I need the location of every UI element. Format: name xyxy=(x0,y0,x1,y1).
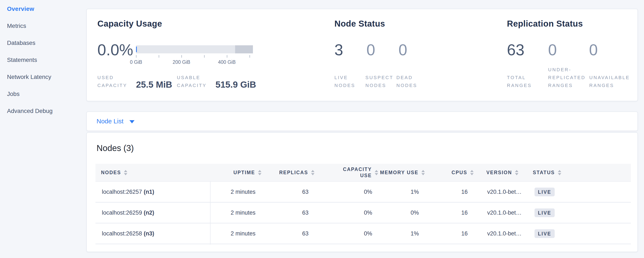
sidebar-item-databases[interactable]: Databases xyxy=(7,39,36,47)
caret-down-icon xyxy=(130,120,134,123)
view-selector-card: Node List xyxy=(86,111,638,131)
axis-tick xyxy=(227,55,227,58)
axis-tick xyxy=(159,55,159,58)
node-status-cell: LIVE xyxy=(532,188,631,196)
usable-capacity-value: 515.9 GiB xyxy=(215,80,256,89)
node-uptime: 2 minutes xyxy=(210,230,263,237)
axis-tick-label: 200 GiB xyxy=(172,59,190,65)
sidebar: Overview Metrics Databases Statements Ne… xyxy=(0,0,86,258)
status-badge: LIVE xyxy=(534,188,555,196)
dead-nodes-label: DEAD NODES xyxy=(396,74,427,89)
axis-tick-label: 400 GiB xyxy=(218,59,236,65)
sort-icon xyxy=(311,170,314,175)
table-row-node-n2[interactable]: localhost:26259(n2) 2 minutes 63 0% 0% 1… xyxy=(96,202,631,223)
node-version: v20.1.0-bet… xyxy=(475,230,532,237)
used-capacity-label: USED CAPACITY xyxy=(98,74,132,89)
axis-tick xyxy=(182,55,182,58)
column-header-replicas[interactable]: REPLICAS xyxy=(263,170,316,176)
sidebar-item-metrics[interactable]: Metrics xyxy=(7,22,26,30)
node-status-cell: LIVE xyxy=(532,208,631,217)
capacity-usage-title: Capacity Usage xyxy=(98,19,162,29)
dead-nodes-count: 0 xyxy=(398,42,407,59)
unavailable-ranges-label: UNAVAILABLE RANGES xyxy=(589,74,630,89)
node-memory-use: 0% xyxy=(380,209,426,216)
sort-icon xyxy=(558,170,561,175)
replication-status-title: Replication Status xyxy=(507,19,583,29)
node-replicas: 63 xyxy=(263,209,316,216)
status-badge: LIVE xyxy=(534,229,555,238)
sidebar-item-statements[interactable]: Statements xyxy=(7,56,37,64)
usable-capacity-label: USABLE CAPACITY xyxy=(177,74,212,89)
live-nodes-label: LIVE NODES xyxy=(334,74,366,89)
node-uptime: 2 minutes xyxy=(210,209,263,216)
axis-tick xyxy=(204,55,204,58)
nodes-section-title: Nodes (3) xyxy=(96,143,134,153)
table-row-node-n1[interactable]: localhost:26257(n1) 2 minutes 63 0% 1% 1… xyxy=(96,182,631,202)
replication-status-labels: TOTAL RANGES UNDER- REPLICATED RANGES UN… xyxy=(507,66,630,89)
node-address[interactable]: localhost:26257(n1) xyxy=(96,189,210,195)
axis-tick xyxy=(136,55,136,58)
node-list-dropdown-label: Node List xyxy=(96,118,124,125)
sort-icon xyxy=(422,170,425,175)
table-row-node-n3[interactable]: localhost:26258(n3) 2 minutes 63 0% 1% 1… xyxy=(96,223,631,244)
node-address[interactable]: localhost:26258(n3) xyxy=(96,230,210,237)
node-version: v20.1.0-bet… xyxy=(475,209,532,216)
node-status-cell: LIVE xyxy=(532,229,631,238)
nodes-table-header: NODES UPTIME REPLICAS CAPACITY USE MEMOR… xyxy=(96,164,631,182)
sort-icon xyxy=(258,170,262,175)
sidebar-item-advanced-debug[interactable]: Advanced Debug xyxy=(7,107,52,115)
sort-icon xyxy=(470,170,474,175)
capacity-bar-used-segment xyxy=(136,47,137,52)
nodes-table: NODES UPTIME REPLICAS CAPACITY USE MEMOR… xyxy=(96,164,631,244)
node-status-labels: LIVE NODES SUSPECT NODES DEAD NODES xyxy=(334,74,427,89)
node-cpus: 16 xyxy=(426,209,475,216)
capacity-bar-chart xyxy=(136,45,253,53)
node-memory-use: 1% xyxy=(380,189,426,195)
axis-tick xyxy=(250,55,250,58)
node-capacity-use: 0% xyxy=(316,209,380,216)
column-header-status[interactable]: STATUS xyxy=(532,170,631,176)
suspect-nodes-label: SUSPECT NODES xyxy=(366,74,396,89)
column-header-memory-use[interactable]: MEMORY USE xyxy=(380,170,426,176)
live-nodes-count: 3 xyxy=(334,42,343,59)
node-capacity-use: 0% xyxy=(316,230,380,237)
node-cpus: 16 xyxy=(426,230,475,237)
column-header-nodes[interactable]: NODES xyxy=(96,170,210,176)
status-badge: LIVE xyxy=(534,208,555,217)
node-cpus: 16 xyxy=(426,189,475,195)
capacity-used-percent: 0.0% xyxy=(98,42,133,59)
nodes-table-card: Nodes (3) NODES UPTIME REPLICAS CAPACITY… xyxy=(86,132,638,252)
node-uptime: 2 minutes xyxy=(210,189,263,195)
nodes-column-divider xyxy=(210,182,210,245)
sort-icon xyxy=(124,170,127,175)
used-capacity-value: 25.5 MiB xyxy=(136,80,172,89)
column-header-capacity-use[interactable]: CAPACITY USE xyxy=(316,166,380,179)
node-replicas: 63 xyxy=(263,189,316,195)
sidebar-item-network-latency[interactable]: Network Latency xyxy=(7,73,51,81)
column-header-uptime[interactable]: UPTIME xyxy=(210,170,263,176)
node-status-title: Node Status xyxy=(334,19,385,29)
sidebar-item-jobs[interactable]: Jobs xyxy=(7,90,20,98)
node-replicas: 63 xyxy=(263,230,316,237)
node-list-dropdown[interactable]: Node List xyxy=(96,118,134,125)
total-ranges-count: 63 xyxy=(507,42,524,59)
unavailable-ranges-count: 0 xyxy=(589,42,598,59)
sidebar-item-overview[interactable]: Overview xyxy=(7,5,34,13)
column-header-version[interactable]: VERSION xyxy=(475,170,532,176)
under-replicated-ranges-count: 0 xyxy=(548,42,557,59)
axis-tick-label: 0 GiB xyxy=(130,59,142,65)
node-address[interactable]: localhost:26259(n2) xyxy=(96,209,210,216)
capacity-bar-other-usage-segment xyxy=(235,45,253,53)
under-replicated-ranges-label: UNDER- REPLICATED RANGES xyxy=(548,66,589,89)
total-ranges-label: TOTAL RANGES xyxy=(507,74,548,89)
column-header-cpus[interactable]: CPUS xyxy=(426,170,475,176)
capacity-stats: USED CAPACITY 25.5 MiB USABLE CAPACITY 5… xyxy=(98,74,261,89)
node-memory-use: 1% xyxy=(380,230,426,237)
suspect-nodes-count: 0 xyxy=(366,42,375,59)
sort-icon xyxy=(515,170,518,175)
sort-icon xyxy=(375,170,378,175)
node-version: v20.1.0-bet… xyxy=(475,189,532,195)
cluster-summary-card: Capacity Usage 0.0% 0 GiB 200 GiB 400 Gi… xyxy=(86,9,638,101)
node-capacity-use: 0% xyxy=(316,189,380,195)
